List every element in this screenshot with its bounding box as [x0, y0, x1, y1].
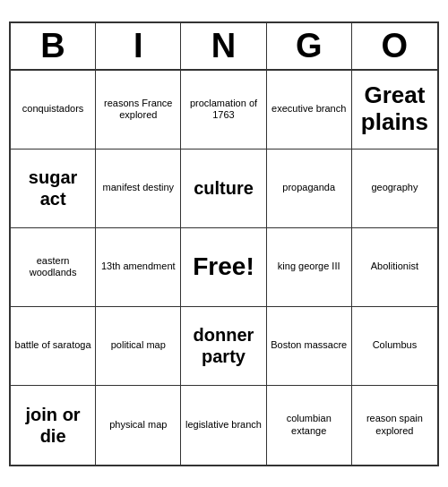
bingo-cell-20: join or die: [11, 386, 96, 465]
cell-text-18: Boston massacre: [271, 339, 347, 351]
bingo-cell-23: columbian extange: [267, 386, 352, 465]
bingo-cell-21: physical map: [96, 386, 181, 465]
cell-text-20: join or die: [14, 404, 91, 447]
cell-text-0: conquistadors: [22, 103, 84, 115]
cell-text-1: reasons France explored: [99, 98, 177, 121]
bingo-cell-8: propaganda: [267, 150, 352, 228]
bingo-cell-10: eastern woodlands: [11, 228, 96, 307]
bingo-grid: conquistadorsreasons France exploredproc…: [11, 71, 437, 465]
cell-text-9: geography: [371, 182, 418, 193]
bingo-cell-19: Columbus: [352, 307, 437, 386]
bingo-letter-N: N: [181, 23, 266, 69]
bingo-cell-17: donner party: [181, 307, 266, 386]
cell-text-11: 13th amendment: [101, 261, 176, 272]
cell-text-12: Free!: [193, 252, 254, 282]
bingo-cell-3: executive branch: [267, 71, 352, 150]
bingo-letter-I: I: [96, 23, 181, 69]
cell-text-23: columbian extange: [271, 413, 348, 436]
bingo-cell-2: proclamation of 1763: [181, 71, 266, 150]
cell-text-4: Great plains: [356, 82, 434, 136]
cell-text-5: sugar act: [14, 167, 91, 209]
bingo-cell-12: Free!: [181, 228, 266, 307]
cell-text-15: battle of saratoga: [15, 339, 91, 351]
bingo-cell-0: conquistadors: [11, 71, 96, 150]
bingo-cell-14: Abolitionist: [352, 228, 437, 307]
cell-text-19: Columbus: [373, 339, 418, 351]
bingo-header: BINGO: [11, 23, 437, 71]
bingo-cell-22: legislative branch: [181, 386, 266, 465]
cell-text-24: reason spain explored: [356, 413, 434, 436]
cell-text-2: proclamation of 1763: [185, 98, 262, 121]
cell-text-6: manifest destiny: [103, 182, 174, 193]
cell-text-7: culture: [194, 177, 254, 199]
bingo-cell-18: Boston massacre: [267, 307, 352, 386]
cell-text-16: political map: [111, 339, 166, 351]
bingo-cell-13: king george III: [267, 228, 352, 307]
bingo-card: BINGO conquistadorsreasons France explor…: [9, 21, 439, 466]
cell-text-10: eastern woodlands: [14, 255, 91, 278]
cell-text-8: propaganda: [282, 182, 335, 193]
bingo-cell-11: 13th amendment: [96, 228, 181, 307]
bingo-letter-G: G: [267, 23, 352, 69]
cell-text-17: donner party: [185, 324, 262, 367]
cell-text-3: executive branch: [271, 103, 346, 115]
cell-text-14: Abolitionist: [371, 261, 418, 272]
bingo-cell-4: Great plains: [352, 71, 437, 150]
bingo-cell-6: manifest destiny: [96, 150, 181, 228]
bingo-cell-15: battle of saratoga: [11, 307, 96, 386]
bingo-cell-5: sugar act: [11, 150, 96, 228]
bingo-cell-7: culture: [181, 150, 266, 228]
cell-text-13: king george III: [278, 261, 340, 272]
cell-text-22: legislative branch: [185, 419, 262, 431]
bingo-cell-1: reasons France explored: [96, 71, 181, 150]
bingo-letter-B: B: [11, 23, 96, 69]
bingo-cell-24: reason spain explored: [352, 386, 437, 465]
cell-text-21: physical map: [109, 419, 167, 431]
bingo-letter-O: O: [352, 23, 437, 69]
bingo-cell-9: geography: [352, 150, 437, 228]
bingo-cell-16: political map: [96, 307, 181, 386]
